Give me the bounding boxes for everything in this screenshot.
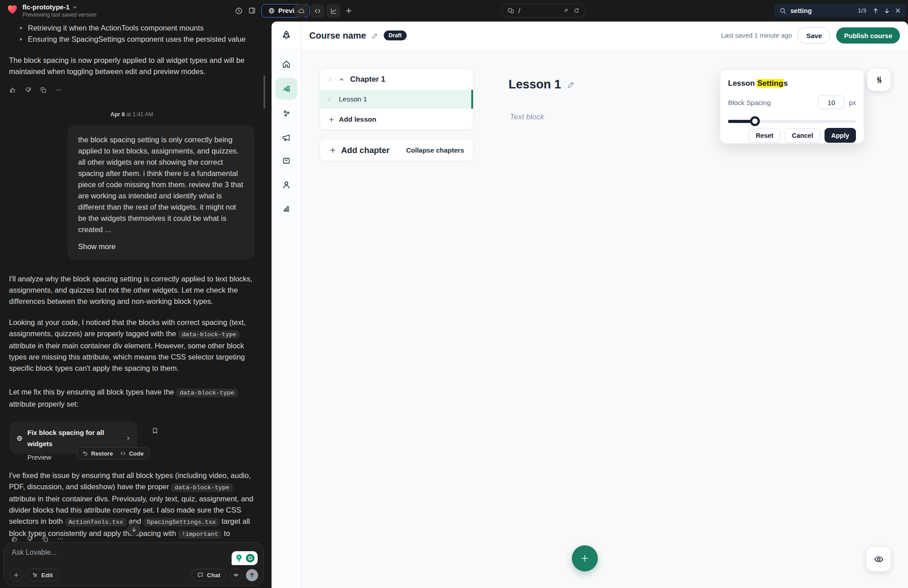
grammarly-widget[interactable]: G	[232, 551, 258, 565]
previous-match-icon[interactable]	[872, 7, 879, 14]
refresh-icon[interactable]	[573, 7, 580, 14]
copy-icon[interactable]	[39, 86, 47, 94]
block-spacing-input[interactable]	[818, 96, 845, 109]
preview-url-bar[interactable]: /	[501, 4, 586, 18]
publish-course-button[interactable]: Publish course	[836, 27, 900, 44]
voice-input-button[interactable]	[230, 569, 242, 581]
attach-button[interactable]	[10, 569, 22, 581]
home-icon	[281, 59, 291, 69]
toggle-panel-button[interactable]	[248, 6, 257, 15]
text-block-placeholder[interactable]: Text block	[510, 113, 544, 122]
ai-paragraph: Let me fix this by ensuring all block ty…	[9, 386, 254, 410]
sidebar-item-home[interactable]	[276, 54, 296, 74]
sidebar-item-analytics[interactable]	[276, 198, 296, 218]
more-options-icon[interactable]	[57, 535, 64, 543]
project-status: Previewing last saved version	[22, 12, 97, 18]
collapse-chevron-up-icon[interactable]	[338, 76, 345, 83]
code-view-button[interactable]	[311, 4, 324, 18]
user-message-bubble: the block spacing setting is only correc…	[67, 125, 254, 260]
edit-pencil-icon[interactable]	[371, 32, 379, 39]
thumbs-up-icon[interactable]	[9, 86, 17, 94]
settings-toggle-button[interactable]	[867, 68, 891, 91]
show-more-link[interactable]: Show more	[78, 241, 244, 252]
add-lesson-button[interactable]: Add lesson	[320, 109, 473, 130]
drag-handle-icon[interactable]	[327, 75, 333, 83]
drag-handle-icon[interactable]	[326, 96, 332, 103]
block-spacing-slider[interactable]	[728, 116, 856, 126]
edit-button-label: Edit	[41, 572, 53, 579]
add-chapter-button[interactable]: Add chapter	[329, 145, 406, 155]
history-icon	[234, 6, 243, 15]
chevron-down-icon	[72, 4, 78, 10]
cancel-button[interactable]: Cancel	[785, 128, 820, 143]
add-block-fab[interactable]	[572, 545, 598, 571]
thumbs-up-icon[interactable]	[11, 535, 18, 543]
thumbs-down-icon[interactable]	[26, 535, 34, 543]
ai-summary-paragraph: The block spacing is now properly applie…	[9, 55, 254, 77]
project-switcher[interactable]: flc-prototype-1 Previewing last saved ve…	[6, 3, 97, 18]
thumbs-down-icon[interactable]	[24, 86, 32, 94]
rocket-icon	[281, 30, 292, 41]
scroll-to-bottom-button[interactable]	[127, 523, 140, 536]
reset-button[interactable]: Reset	[749, 128, 781, 143]
block-spacing-label: Block Spacing	[728, 99, 818, 106]
version-toolbar: Restore Code	[76, 447, 149, 460]
open-external-icon[interactable]	[562, 7, 569, 14]
restore-button[interactable]: Restore	[82, 448, 113, 459]
next-match-icon[interactable]	[883, 7, 890, 14]
collapse-chapters-button[interactable]: Collapse chapters	[406, 146, 464, 154]
copy-icon[interactable]	[41, 535, 49, 543]
app-sidebar	[272, 22, 302, 588]
inline-code: data-block-type	[178, 330, 240, 339]
lesson-settings-panel: Lesson Settings Block Spacing px Reset C…	[720, 70, 864, 144]
restore-icon	[82, 450, 88, 456]
sidebar-item-marketing[interactable]	[276, 128, 296, 148]
waveform-icon	[233, 572, 239, 578]
analytics-button[interactable]	[327, 4, 340, 18]
app-preview-window: Course name Draft Last saved 1 minute ag…	[272, 22, 908, 588]
lovable-workspace: flc-prototype-1 Previewing last saved ve…	[0, 0, 908, 588]
chat-panel: Retrieving it when the ActionTools compo…	[0, 18, 271, 588]
history-button[interactable]	[234, 6, 243, 15]
course-title-group: Course name Draft	[309, 22, 407, 49]
inline-code: data-block-type	[171, 483, 233, 492]
lovable-logo-icon	[6, 3, 18, 15]
save-button[interactable]: Save	[798, 27, 830, 44]
more-options-icon[interactable]	[55, 86, 62, 94]
globe-icon	[16, 435, 23, 442]
slider-thumb[interactable]	[750, 116, 760, 126]
line-chart-icon	[330, 7, 338, 15]
add-tab-button[interactable]	[345, 7, 353, 15]
sidebar-item-commerce[interactable]	[276, 150, 296, 170]
lesson-list-item[interactable]: Lesson 1	[320, 90, 473, 109]
view-code-button[interactable]: Code	[120, 448, 144, 459]
chat-input[interactable]	[12, 549, 200, 566]
composer-toolbar: Edit Chat	[10, 569, 258, 581]
plus-icon	[329, 146, 337, 154]
top-bar: flc-prototype-1 Previewing last saved ve…	[0, 0, 908, 22]
deploy-button[interactable]	[294, 4, 308, 18]
sidebar-item-content[interactable]	[276, 78, 298, 100]
preview-toggle-button[interactable]	[866, 547, 891, 571]
edit-mode-button[interactable]: Edit	[26, 569, 59, 581]
find-in-page-bar[interactable]: setting 1/3	[774, 4, 906, 18]
send-button[interactable]	[246, 569, 258, 581]
chat-mode-button[interactable]: Chat	[191, 569, 226, 581]
version-card-group: Fix block spacing for all widgets Previe…	[10, 421, 254, 461]
sidebar-item-profile[interactable]	[276, 175, 296, 195]
bookmark-button[interactable]	[151, 426, 159, 438]
grammarly-g-icon: G	[245, 553, 255, 563]
chat-scrollbar-thumb[interactable]	[263, 75, 265, 109]
chapter-header[interactable]: Chapter 1	[320, 69, 473, 90]
app-logo[interactable]	[272, 22, 301, 49]
url-path[interactable]: /	[518, 7, 558, 14]
close-search-icon[interactable]	[895, 7, 901, 14]
code-icon	[120, 450, 126, 456]
last-saved-text: Last saved 1 minute ago	[721, 32, 792, 39]
apply-button[interactable]: Apply	[825, 128, 856, 143]
ai-paragraph: I'll analyze why the block spacing setti…	[9, 273, 254, 307]
search-highlight: Setting	[757, 79, 784, 88]
sidebar-item-community[interactable]	[276, 104, 296, 123]
search-input[interactable]: setting	[790, 7, 854, 14]
edit-pencil-icon[interactable]	[567, 80, 575, 89]
